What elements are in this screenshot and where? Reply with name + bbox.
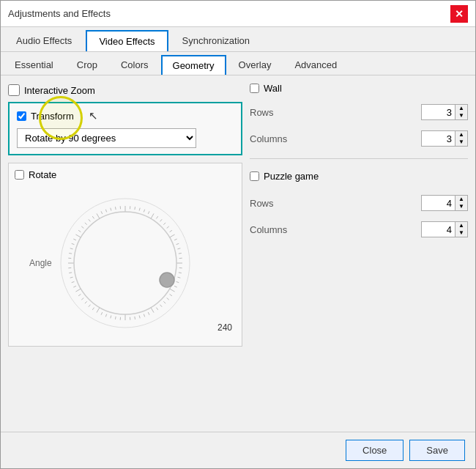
wall-rows-row: Rows ▲ ▼ — [250, 104, 468, 120]
wall-columns-up[interactable]: ▲ — [455, 131, 467, 139]
svg-line-22 — [111, 315, 111, 318]
svg-point-73 — [74, 212, 176, 314]
svg-line-62 — [156, 216, 157, 218]
top-tab-bar: Audio Effects Video Effects Synchronizat… — [1, 27, 475, 52]
svg-line-65 — [167, 226, 169, 229]
svg-line-41 — [72, 243, 75, 244]
title-close-button[interactable]: ✕ — [450, 5, 468, 23]
tab-synchronization[interactable]: Synchronization — [170, 30, 263, 51]
rotate-dropdown-row: Rotate by 90 degrees — [17, 128, 234, 148]
rotate-label[interactable]: Rotate — [29, 169, 56, 180]
close-button[interactable]: Close — [346, 440, 404, 461]
svg-line-27 — [89, 305, 91, 307]
svg-line-50 — [101, 211, 103, 214]
wall-columns-input[interactable] — [422, 132, 455, 146]
svg-line-67 — [170, 234, 175, 237]
svg-line-33 — [72, 281, 75, 282]
wall-checkbox[interactable] — [250, 84, 259, 93]
wall-columns-spinner[interactable]: ▲ ▼ — [421, 130, 468, 147]
svg-line-25 — [97, 308, 100, 313]
svg-line-15 — [144, 314, 144, 317]
svg-line-68 — [174, 239, 177, 240]
wall-columns-down[interactable]: ▼ — [455, 139, 467, 146]
svg-line-61 — [151, 213, 154, 218]
puzzle-header: Puzzle game — [250, 171, 468, 182]
sub-tab-bar: Essential Crop Colors Geometry Overlay A… — [1, 52, 475, 75]
puzzle-rows-spinner[interactable]: ▲ ▼ — [421, 195, 468, 211]
tab-geometry[interactable]: Geometry — [161, 55, 226, 75]
rotate-section: Rotate Angle // Will be generated in — [8, 163, 242, 347]
puzzle-columns-row: Columns ▲ ▼ — [250, 221, 468, 237]
interactive-zoom-checkbox[interactable] — [8, 84, 20, 96]
svg-line-12 — [156, 308, 157, 310]
interactive-zoom-row: Interactive Zoom — [8, 83, 242, 97]
dial-svg[interactable]: // Will be generated inline below via JS — [56, 193, 195, 333]
tab-essential[interactable]: Essential — [4, 55, 64, 75]
bottom-bar: Close Save — [1, 432, 475, 468]
wall-label[interactable]: Wall — [264, 83, 282, 94]
dialog-window: Adjustments and Effects ✕ Audio Effects … — [0, 0, 476, 469]
rotate-dropdown[interactable]: Rotate by 90 degrees — [17, 128, 196, 148]
wall-rows-arrows: ▲ ▼ — [455, 105, 467, 119]
svg-line-69 — [176, 243, 179, 244]
puzzle-rows-input[interactable] — [422, 196, 455, 210]
svg-line-17 — [135, 317, 135, 320]
wall-row: Wall — [250, 83, 468, 94]
save-button[interactable]: Save — [409, 440, 465, 461]
svg-line-44 — [78, 230, 81, 232]
puzzle-label[interactable]: Puzzle game — [264, 171, 319, 182]
puzzle-checkbox[interactable] — [250, 171, 259, 181]
svg-line-32 — [73, 286, 76, 287]
tab-colors[interactable]: Colors — [110, 55, 160, 75]
svg-point-74 — [160, 273, 174, 287]
svg-line-39 — [69, 253, 72, 254]
svg-line-57 — [135, 207, 135, 210]
puzzle-columns-arrows: ▲ ▼ — [455, 222, 467, 237]
angle-label: Angle — [29, 258, 52, 268]
puzzle-rows-down[interactable]: ▼ — [455, 203, 467, 210]
puzzle-columns-up[interactable]: ▲ — [455, 222, 467, 229]
svg-line-11 — [160, 305, 163, 307]
svg-line-30 — [78, 294, 81, 295]
puzzle-columns-spinner[interactable]: ▲ ▼ — [421, 221, 468, 237]
tab-overlay[interactable]: Overlay — [228, 55, 283, 75]
angle-value: 240 — [217, 322, 232, 333]
svg-line-34 — [70, 277, 73, 278]
svg-line-48 — [92, 216, 94, 218]
svg-line-53 — [115, 207, 116, 210]
dialog-title: Adjustments and Effects — [8, 8, 111, 19]
puzzle-columns-down[interactable]: ▼ — [455, 229, 467, 237]
svg-line-13 — [151, 308, 154, 313]
wall-rows-label: Rows — [250, 107, 274, 118]
puzzle-rows-up[interactable]: ▲ — [455, 196, 467, 203]
transform-checkbox[interactable] — [17, 111, 26, 121]
rotate-checkbox[interactable] — [15, 170, 24, 180]
svg-line-7 — [170, 289, 175, 292]
wall-rows-up[interactable]: ▲ — [455, 105, 467, 112]
puzzle-columns-input[interactable] — [422, 223, 455, 237]
wall-rows-spinner[interactable]: ▲ ▼ — [421, 104, 468, 120]
tab-audio-effects[interactable]: Audio Effects — [4, 30, 84, 51]
tab-advanced[interactable]: Advanced — [283, 55, 348, 75]
svg-line-59 — [144, 210, 144, 213]
svg-line-23 — [105, 314, 106, 317]
tab-video-effects[interactable]: Video Effects — [86, 30, 168, 51]
svg-point-0 — [61, 199, 190, 328]
interactive-zoom-label[interactable]: Interactive Zoom — [24, 85, 95, 96]
transform-checkbox-row: Transform ↖ — [17, 109, 234, 122]
wall-rows-down[interactable]: ▼ — [455, 112, 467, 119]
section-divider — [250, 158, 468, 159]
right-panel: Wall Rows ▲ ▼ Columns — [250, 83, 468, 424]
svg-line-24 — [101, 312, 103, 315]
tab-crop[interactable]: Crop — [66, 55, 108, 75]
wall-rows-input[interactable] — [422, 106, 455, 119]
svg-line-28 — [85, 301, 87, 303]
dial[interactable]: // Will be generated inline below via JS — [56, 193, 195, 333]
title-bar: Adjustments and Effects ✕ — [1, 1, 475, 27]
svg-line-10 — [163, 301, 166, 303]
wall-columns-arrows: ▲ ▼ — [455, 131, 467, 146]
svg-line-60 — [148, 211, 149, 214]
svg-line-3 — [179, 273, 182, 273]
puzzle-rows-row: Rows ▲ ▼ — [250, 195, 468, 211]
transform-label[interactable]: Transform — [31, 111, 74, 122]
